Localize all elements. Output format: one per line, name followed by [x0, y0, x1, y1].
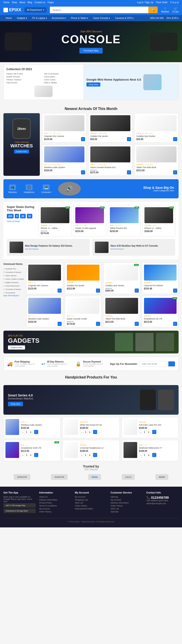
newsletter-submit-button[interactable]: → — [168, 362, 175, 366]
topbar-shop[interactable]: Shop — [12, 1, 17, 4]
footer-service-account[interactable]: My Account — [111, 499, 143, 501]
add-to-cart-button[interactable]: 🛒 — [135, 288, 139, 292]
watches-explore-button[interactable]: Explore Now — [14, 150, 29, 154]
google-play-button[interactable]: GET IT ON Google Play — [3, 503, 36, 508]
footer-shopping-cart[interactable]: Shopping Cart — [75, 499, 107, 501]
cat-item-headphone[interactable]: 🎧 Headphone — [24, 184, 35, 193]
nav-gadgets[interactable]: Gadgets ▾ — [14, 15, 29, 21]
qty-increase-button[interactable]: + — [147, 430, 151, 434]
footer-my-account[interactable]: My Account — [75, 496, 107, 498]
footer-privacy[interactable]: Privacy Policy — [39, 502, 71, 504]
qty-decrease-button[interactable]: - — [139, 453, 143, 457]
sidebar-cat-item[interactable]: Home Theater & Audio — [3, 277, 24, 281]
nav-accessories[interactable]: Accessories ▾ — [50, 15, 68, 21]
add-to-cart-button[interactable]: 🛒 — [173, 170, 177, 174]
add-to-cart-button[interactable]: 🛒 — [93, 453, 97, 457]
nav-home[interactable]: Home — [3, 15, 14, 21]
add-to-cart-button[interactable]: 🛒 — [173, 137, 177, 141]
cat-item-tv[interactable]: 📺 Television — [8, 184, 17, 193]
footer-terms[interactable]: Terms & Conditions — [39, 505, 71, 507]
qty-increase-button[interactable]: + — [28, 453, 33, 457]
add-to-cart-button[interactable]: 🛒 — [127, 137, 131, 141]
add-to-cart-button[interactable]: 🛒 — [127, 170, 131, 174]
topbar-contact[interactable]: Contact us — [34, 1, 45, 4]
add-to-cart-button[interactable]: 🛒 — [58, 322, 62, 326]
footer-service-orders[interactable]: Order History — [111, 505, 143, 507]
add-to-cart-button[interactable]: 🛒 — [173, 288, 177, 292]
footer-about[interactable]: About Us — [39, 496, 71, 498]
footer-account[interactable]: My Account — [39, 508, 71, 510]
sidebar-cat-item[interactable]: Smart Electronics — [3, 284, 24, 288]
collection-item[interactable]: Action Cams — [44, 78, 81, 81]
qty-decrease-button[interactable]: - — [21, 453, 24, 457]
footer-specials[interactable]: Specials — [111, 510, 143, 513]
footer-service-wishlist[interactable]: Wish List — [111, 508, 143, 510]
sidebar-cat-item[interactable]: Video Games — [3, 274, 24, 277]
google-shop-button[interactable]: Shop Now — [86, 82, 101, 86]
nav-camera[interactable]: Cameras & GPS ▾ — [113, 15, 136, 21]
view-all-deals[interactable]: View All Deals — [7, 220, 36, 222]
department-select[interactable]: All Department ▾ — [24, 7, 46, 12]
sidebar-cat-item[interactable]: Accessories — [3, 291, 24, 294]
newsletter-email-input[interactable] — [139, 361, 167, 367]
feature-link-2[interactable]: See All Products — [110, 248, 124, 250]
contact-email[interactable]: admin@example.com — [146, 502, 179, 505]
sidebar-cat-item[interactable]: Desktop PCs — [3, 267, 24, 270]
nav-currency[interactable]: EN ▾ EUR ▾ — [167, 17, 179, 19]
handpicked-shop-button[interactable]: Shop Now — [8, 402, 23, 406]
collection-item[interactable]: Hard Drives — [6, 82, 43, 84]
qty-decrease-button[interactable]: - — [80, 453, 83, 457]
footer-delivery[interactable]: Delivery Information — [39, 499, 71, 501]
add-to-cart-button[interactable]: 🛒 — [152, 430, 156, 434]
gadgets-explore-button[interactable]: Explore Now — [8, 346, 25, 350]
footer-order-history[interactable]: Order History — [75, 505, 107, 507]
feature-link-1[interactable]: See All Products — [25, 248, 38, 250]
footer-international[interactable]: International Orders — [75, 508, 107, 510]
topbar-login[interactable]: Log In / Sign Up — [137, 1, 154, 4]
topbar-track[interactable]: Track Order — [156, 1, 168, 4]
nav-pc[interactable]: PC & Laptop ▾ — [30, 15, 49, 21]
add-to-cart-button[interactable]: 🛒 — [96, 322, 100, 326]
app-store-button[interactable]: Download on the App Store — [3, 509, 36, 513]
collection-item[interactable]: Tab Accessories — [44, 73, 81, 75]
hero-purchase-button[interactable]: Purchase Now — [79, 48, 102, 54]
add-to-cart-button[interactable]: 🛒 — [81, 170, 85, 174]
collection-item[interactable]: iPad & Tablets — [44, 82, 81, 84]
qty-decrease-button[interactable]: - — [139, 430, 143, 434]
wishlist-button[interactable]: ♡ Wishlist — [161, 7, 169, 13]
topbar-about[interactable]: About — [19, 1, 25, 4]
qty-increase-button[interactable]: + — [147, 453, 151, 457]
add-to-cart-button[interactable]: 🛒 — [34, 430, 38, 434]
footer-sitemap[interactable]: Sitemap — [111, 496, 143, 498]
collection-item[interactable]: Camcorders — [44, 76, 81, 78]
topbar-home[interactable]: Home — [3, 1, 9, 4]
qty-decrease-button[interactable]: - — [21, 430, 24, 434]
qty-decrease-button[interactable]: - — [80, 430, 83, 434]
collection-item[interactable]: Mobile Phones — [6, 76, 43, 78]
collection-item[interactable]: Fitness Trackers — [6, 78, 43, 81]
topbar-pages[interactable]: Pages — [47, 1, 54, 4]
add-to-cart-button[interactable]: 🛒 — [81, 137, 85, 141]
sidebar-cat-item[interactable]: Consoles & Games — [3, 270, 24, 274]
cat-item-computer[interactable]: 💻 Computers — [41, 184, 51, 193]
add-to-cart-button[interactable]: 🛒 — [34, 453, 38, 457]
search-input[interactable] — [50, 6, 148, 13]
nav-phone[interactable]: Phone & Tablet ▾ — [68, 15, 90, 21]
add-to-cart-button[interactable]: 🛒 — [152, 453, 156, 457]
collection-item[interactable]: Galaxy Tab & Mini — [6, 73, 43, 75]
topbar-blog[interactable]: Blog — [27, 1, 32, 4]
footer-service-delivery[interactable]: Delivery Information — [111, 502, 143, 504]
see-all-products[interactable]: See All Products › — [3, 294, 24, 297]
qty-increase-button[interactable]: + — [87, 430, 92, 434]
add-to-cart-button[interactable]: 🛒 — [96, 288, 100, 292]
qty-increase-button[interactable]: + — [28, 430, 33, 434]
add-to-cart-button[interactable]: 🛒 — [58, 288, 62, 292]
add-to-cart-button[interactable]: 🛒 — [135, 322, 139, 326]
qty-increase-button[interactable]: + — [87, 453, 92, 457]
footer-orders[interactable]: Order History — [39, 510, 71, 513]
sidebar-cat-item[interactable]: Consoles & Games — [3, 288, 24, 291]
sidebar-cat-item[interactable]: Digital Cameras — [3, 281, 24, 284]
add-to-cart-button[interactable]: 🛒 — [173, 322, 177, 326]
search-button[interactable]: 🔍 — [148, 6, 158, 13]
cart-button[interactable]: 🛒 0 Cart — [173, 7, 179, 13]
